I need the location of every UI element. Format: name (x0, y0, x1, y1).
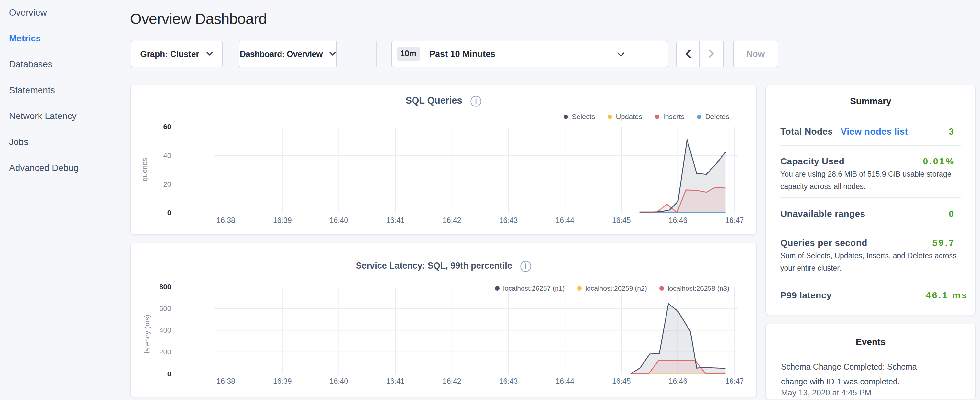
svg-text:16:38: 16:38 (216, 377, 235, 386)
svg-text:16:46: 16:46 (669, 216, 687, 225)
svg-text:16:44: 16:44 (555, 216, 574, 225)
svg-text:16:43: 16:43 (499, 377, 518, 386)
svg-text:16:38: 16:38 (216, 216, 235, 225)
svg-text:16:44: 16:44 (555, 377, 574, 386)
svg-text:16:46: 16:46 (669, 377, 687, 386)
svg-text:16:42: 16:42 (442, 377, 461, 386)
svg-text:40: 40 (163, 151, 171, 159)
svg-text:800: 800 (159, 283, 171, 291)
svg-text:600: 600 (159, 304, 171, 312)
svg-text:16:40: 16:40 (330, 216, 348, 225)
svg-text:16:47: 16:47 (725, 216, 744, 225)
svg-text:16:39: 16:39 (273, 377, 292, 386)
svg-text:60: 60 (163, 123, 171, 131)
svg-text:16:39: 16:39 (273, 216, 292, 225)
svg-text:16:47: 16:47 (725, 377, 744, 386)
svg-text:200: 200 (159, 348, 171, 356)
svg-text:16:43: 16:43 (499, 216, 518, 225)
svg-text:16:40: 16:40 (330, 377, 348, 386)
svg-text:20: 20 (163, 180, 171, 188)
svg-text:0: 0 (167, 209, 171, 217)
svg-text:0: 0 (167, 370, 171, 378)
svg-text:16:41: 16:41 (386, 216, 405, 225)
svg-text:16:45: 16:45 (612, 216, 631, 225)
svg-text:400: 400 (159, 326, 171, 334)
svg-text:16:41: 16:41 (386, 377, 405, 386)
svg-text:16:45: 16:45 (612, 377, 631, 386)
svg-text:16:42: 16:42 (442, 216, 461, 225)
